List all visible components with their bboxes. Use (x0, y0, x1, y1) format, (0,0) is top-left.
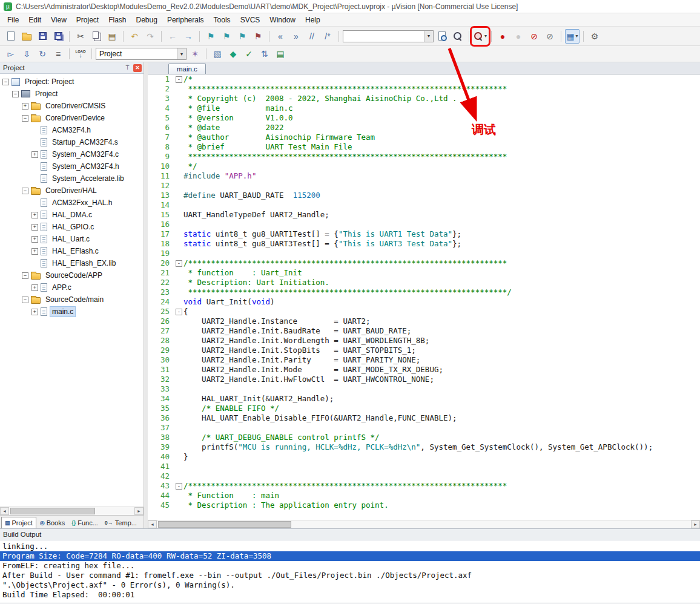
bookmark-toggle-icon[interactable]: ⚑ (203, 29, 218, 44)
unindent-icon[interactable]: « (273, 29, 288, 44)
tree-item-project-project[interactable]: −Project: Project (0, 76, 144, 88)
flash-download-icon[interactable]: LOAD↓ (73, 47, 88, 61)
menu-svcs[interactable]: SVCS (236, 15, 265, 25)
code-editor[interactable]: 1-/*2 **********************************… (148, 74, 700, 520)
batch-build-icon[interactable]: ≡ (51, 47, 65, 61)
tree-item-hal-dma-c[interactable]: +HAL_DMA.c (0, 209, 144, 221)
collapse-icon[interactable]: − (22, 188, 28, 194)
breakpoint-icon[interactable]: ● (495, 29, 510, 44)
breakpoint-disable-all-icon[interactable]: ⊘ (527, 29, 541, 44)
expand-icon[interactable]: + (31, 151, 38, 158)
menu-edit[interactable]: Edit (24, 15, 46, 25)
scroll-left-icon[interactable]: ◄ (0, 507, 9, 515)
navigate-forward-icon[interactable]: → (181, 29, 196, 44)
tree-item-acm32f4-h[interactable]: ACM32F4.h (0, 124, 144, 136)
tree-item-hal-gpio-c[interactable]: +HAL_GPIO.c (0, 221, 144, 233)
uncomment-icon[interactable]: /* (320, 29, 335, 44)
translate-file-icon[interactable]: ▻ (4, 47, 18, 61)
sidebar-tab-func[interactable]: {}Func... (68, 517, 101, 528)
expand-icon[interactable]: + (31, 309, 38, 315)
fold-collapse-icon[interactable]: - (176, 483, 182, 490)
options-for-target-icon[interactable]: ✶ (188, 47, 202, 61)
incremental-find-icon[interactable] (451, 29, 465, 44)
tree-item-coredriver-device[interactable]: −CoreDriver/Device (0, 112, 144, 124)
tree-item-system-accelerate-lib[interactable]: System_Accelerate.lib (0, 172, 144, 185)
expand-icon[interactable]: + (22, 103, 28, 110)
pack-installer-icon[interactable]: ▤ (273, 47, 288, 61)
expand-icon[interactable]: + (31, 212, 38, 218)
sidebar-tab-temp[interactable]: 0→Temp... (102, 517, 140, 528)
menu-project[interactable]: Project (71, 15, 104, 25)
build-icon[interactable]: ⇩ (19, 47, 34, 61)
tree-item-system-acm32f4-c[interactable]: +System_ACM32F4.c (0, 148, 144, 160)
scroll-thumb[interactable] (10, 508, 95, 514)
open-folder-icon[interactable] (19, 29, 34, 44)
fold-collapse-icon[interactable]: - (176, 260, 182, 267)
expand-icon[interactable]: + (31, 284, 38, 291)
scroll-track[interactable] (9, 507, 134, 515)
save-icon[interactable] (35, 29, 50, 44)
menu-tools[interactable]: Tools (209, 15, 236, 25)
tree-item-startup-acm32f4-s[interactable]: Startup_ACM32F4.s (0, 136, 144, 148)
menu-debug[interactable]: Debug (131, 15, 162, 25)
manage-rte-icon[interactable]: ◆ (226, 47, 240, 61)
bookmark-clear-icon[interactable]: ⚑ (251, 29, 265, 44)
tree-item-app-c[interactable]: +APP.c (0, 281, 144, 294)
tree-item-acm32fxx-hal-h[interactable]: ACM32Fxx_HAL.h (0, 197, 144, 209)
menu-flash[interactable]: Flash (104, 15, 131, 25)
paste-icon[interactable]: ▤ (105, 29, 119, 44)
expand-icon[interactable]: + (31, 224, 38, 231)
scroll-left-icon[interactable]: ◄ (148, 520, 157, 528)
menu-help[interactable]: Help (300, 15, 325, 25)
window-layout-icon[interactable]: ▦▾ (565, 29, 579, 44)
chevron-down-icon[interactable]: ▾ (177, 48, 186, 59)
tree-item-sourcecode-main[interactable]: −SourceCode/main (0, 294, 144, 306)
pin-icon[interactable]: ⍑ (124, 64, 131, 71)
expand-icon[interactable]: + (31, 248, 38, 255)
scroll-right-icon[interactable]: ► (691, 520, 700, 528)
collapse-icon[interactable]: − (22, 115, 28, 122)
tree-item-sourcecode-app[interactable]: −SourceCode/APP (0, 269, 144, 281)
fold-collapse-icon[interactable]: - (176, 76, 182, 83)
menu-window[interactable]: Window (265, 15, 300, 25)
redo-icon[interactable]: ↷ (143, 29, 157, 44)
project-tree-hscrollbar[interactable]: ◄ ► (0, 507, 144, 515)
tree-item-main-c[interactable]: +main.c (0, 306, 144, 318)
find-text-combo[interactable]: ▾ (343, 30, 434, 42)
undo-icon[interactable]: ↶ (127, 29, 142, 44)
navigate-back-icon[interactable]: ← (165, 29, 180, 44)
software-packs-icon[interactable]: ⇅ (257, 47, 272, 61)
collapse-icon[interactable]: − (2, 79, 9, 85)
tree-item-coredriver-hal[interactable]: −CoreDriver/HAL (0, 185, 144, 197)
close-icon[interactable]: ✕ (133, 64, 142, 72)
bookmark-prev-icon[interactable]: ⚑ (219, 29, 234, 44)
editor-tab-main-c[interactable]: main.c (168, 64, 206, 74)
indent-icon[interactable]: » (289, 29, 303, 44)
manage-project-items-icon[interactable]: ✓ (242, 47, 256, 61)
tree-item-hal-uart-c[interactable]: +HAL_Uart.c (0, 233, 144, 245)
tree-item-coredriver-cmsis[interactable]: +CoreDriver/CMSIS (0, 100, 144, 112)
bookmark-next-icon[interactable]: ⚑ (235, 29, 249, 44)
tree-item-hal-eflash-ex-lib[interactable]: HAL_EFlash_EX.lib (0, 257, 144, 269)
save-all-icon[interactable] (51, 29, 65, 44)
scroll-track[interactable] (157, 520, 691, 528)
breakpoint-disabled-icon[interactable]: ● (511, 29, 526, 44)
scroll-thumb[interactable] (158, 521, 291, 528)
expand-icon[interactable]: + (31, 236, 38, 243)
find-in-files-icon[interactable] (435, 29, 449, 44)
sidebar-tab-books[interactable]: ◎Books (37, 517, 68, 528)
rebuild-icon[interactable]: ↻ (35, 47, 50, 61)
tree-item-project[interactable]: −Project (0, 88, 144, 100)
sidebar-tab-project[interactable]: ▤Project (1, 517, 36, 528)
target-select-combo[interactable]: Project▾ (96, 48, 187, 60)
tree-item-system-acm32f4-h[interactable]: System_ACM32F4.h (0, 160, 144, 172)
collapse-icon[interactable]: − (22, 297, 28, 303)
comment-icon[interactable]: // (305, 29, 319, 44)
menu-file[interactable]: File (2, 15, 24, 25)
tree-item-hal-eflash-c[interactable]: +HAL_EFlash.c (0, 245, 144, 257)
file-extensions-icon[interactable]: ▧ (210, 47, 225, 61)
editor-hscrollbar[interactable]: ◄ ► (148, 520, 700, 528)
fold-collapse-icon[interactable]: - (176, 309, 182, 315)
copy-icon[interactable] (89, 29, 104, 44)
chevron-down-icon[interactable]: ▾ (424, 31, 433, 42)
